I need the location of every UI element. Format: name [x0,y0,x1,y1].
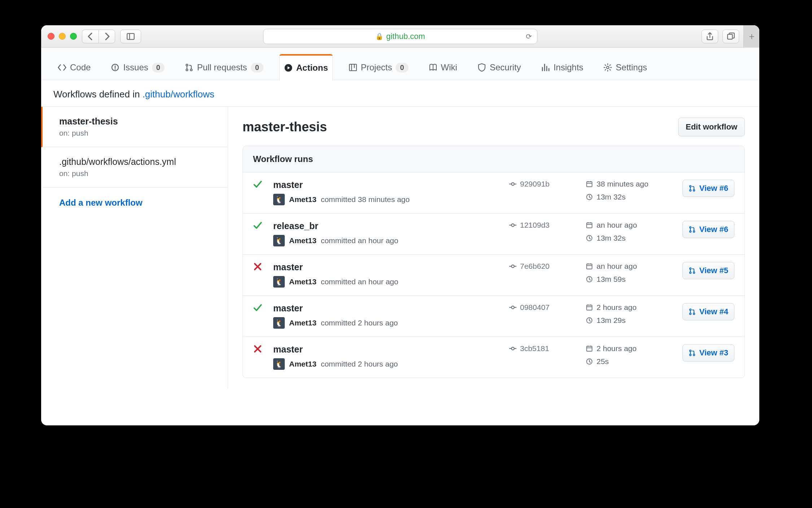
workflow-run-row[interactable]: master 🐧 Amet13 committed 2 hours ago 09… [243,296,745,337]
avatar: 🐧 [273,358,285,370]
share-button[interactable] [702,30,718,43]
view-run-button[interactable]: View #6 [682,221,734,238]
view-label: View #4 [699,307,728,316]
workflows-link[interactable]: .github/workflows [143,89,214,100]
back-button[interactable] [82,30,99,43]
status-failure-icon [253,262,269,273]
tab-label: Projects [361,62,392,73]
sha-text: 0980407 [520,303,550,312]
shield-icon [477,63,486,72]
close-window-button[interactable] [48,33,54,40]
status-failure-icon [253,344,269,355]
tab-code[interactable]: Code [53,54,95,80]
avatar: 🐧 [273,194,285,205]
browser-titlebar: 🔒 github.com ⟳ ＋ [41,25,759,48]
commit-sha[interactable]: 7e6b620 [509,262,581,271]
tabs-button[interactable] [722,30,739,43]
tab-label: Security [490,62,521,73]
avatar: 🐧 [273,235,285,246]
tab-security[interactable]: Security [473,54,525,80]
workflow-runs-box: Workflow runs master 🐧 Amet13 committed … [243,146,745,378]
sidebar-toggle-button[interactable] [120,30,141,43]
tab-wiki[interactable]: Wiki [424,54,462,80]
author-name[interactable]: Amet13 [289,319,316,327]
author-name[interactable]: Amet13 [289,236,316,245]
count-badge: 0 [251,63,263,73]
commit-sha[interactable]: 0980407 [509,303,581,312]
share-icon [706,32,714,41]
workflows-sidebar: master-thesis on: push .github/workflows… [41,106,228,389]
new-tab-button[interactable]: ＋ [743,25,759,48]
calendar-icon [586,222,593,229]
author-name[interactable]: Amet13 [289,195,316,204]
sidebar-item-master-thesis[interactable]: master-thesis on: push [41,107,228,147]
author-name[interactable]: Amet13 [289,360,316,368]
workflow-run-row[interactable]: master 🐧 Amet13 committed an hour ago 7e… [243,255,745,296]
view-run-button[interactable]: View #4 [682,303,734,320]
clock-icon [586,276,593,283]
browser-window: 🔒 github.com ⟳ ＋ Code Issues 0 [41,25,759,425]
status-success-icon [253,303,269,314]
tab-issues[interactable]: Issues 0 [106,54,169,80]
book-icon [429,63,437,72]
edit-workflow-button[interactable]: Edit workflow [678,118,745,136]
address-bar[interactable]: 🔒 github.com ⟳ [263,29,537,44]
maximize-window-button[interactable] [70,33,77,40]
tab-label: Issues [123,62,148,73]
committed-text: committed 2 hours ago [321,319,398,327]
repo-nav: Code Issues 0 Pull requests 0 Actions Pr… [41,48,759,80]
commit-icon [509,304,516,311]
view-run-button[interactable]: View #6 [682,180,734,197]
run-meta: an hour ago 13m 59s [586,262,665,284]
workflow-run-row[interactable]: master 🐧 Amet13 committed 38 minutes ago… [243,172,745,214]
add-workflow-link[interactable]: Add a new workflow [43,188,228,218]
tab-projects[interactable]: Projects 0 [344,54,413,80]
sidebar-item-title: master-thesis [59,116,211,127]
run-info: master 🐧 Amet13 committed 2 hours ago [273,344,505,370]
tabs-icon [726,32,735,41]
chevron-right-icon [102,32,111,41]
commit-sha[interactable]: 929091b [509,180,581,188]
svg-rect-10 [349,64,357,71]
graph-icon [541,63,550,72]
view-run-button[interactable]: View #3 [682,344,734,362]
avatar: 🐧 [273,317,285,329]
run-meta: an hour ago 13m 32s [586,221,665,242]
calendar-icon [586,180,593,188]
sidebar-item-actions-yml[interactable]: .github/workflows/actions.yml on: push [43,147,228,188]
sidebar-icon [126,32,135,41]
view-run-button[interactable]: View #5 [682,262,734,279]
commit-sha[interactable]: 3cb5181 [509,344,581,353]
tab-insights[interactable]: Insights [537,54,588,80]
commit-icon [509,222,516,229]
branch-name: release_br [273,221,505,231]
author-name[interactable]: Amet13 [289,277,316,286]
calendar-icon [586,304,593,311]
view-label: View #6 [699,184,728,193]
branch-name: master [273,262,505,272]
commit-sha[interactable]: 12109d3 [509,221,581,229]
committed-text: committed 38 minutes ago [321,195,410,204]
tab-settings[interactable]: Settings [599,54,651,80]
workflow-run-row[interactable]: master 🐧 Amet13 committed 2 hours ago 3c… [243,337,745,378]
calendar-icon [586,345,593,352]
page-title: master-thesis [243,119,327,135]
tab-actions[interactable]: Actions [279,54,333,80]
workflow-run-row[interactable]: release_br 🐧 Amet13 committed an hour ag… [243,214,745,255]
run-time: 2 hours ago [597,303,637,312]
run-time: 2 hours ago [597,344,637,353]
run-duration: 25s [597,357,609,366]
commit-icon [509,345,516,352]
pull-request-icon [689,267,696,274]
minimize-window-button[interactable] [59,33,66,40]
run-duration: 13m 32s [597,193,626,201]
nav-buttons [82,30,115,43]
run-info: master 🐧 Amet13 committed an hour ago [273,262,505,288]
reload-button[interactable]: ⟳ [526,32,532,41]
clock-icon [586,193,593,201]
play-circle-icon [284,64,293,72]
forward-button[interactable] [99,30,115,43]
tab-pull-requests[interactable]: Pull requests 0 [180,54,268,80]
commit-icon [509,180,516,188]
code-icon [58,63,66,72]
